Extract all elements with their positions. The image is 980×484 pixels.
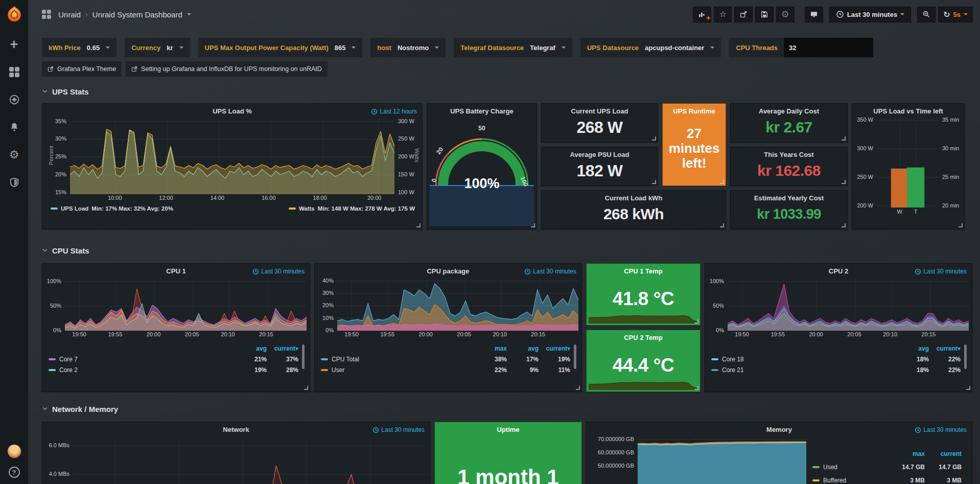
panel-title[interactable]: CPU 2 Temp bbox=[624, 334, 663, 341]
panel-title[interactable]: CPU package bbox=[427, 267, 469, 275]
legend-sort-header[interactable]: max bbox=[475, 345, 507, 352]
legend-sort-header[interactable]: avg bbox=[235, 345, 267, 352]
panel-title[interactable]: UPS Battery Charge bbox=[450, 107, 514, 115]
legend-sort-header[interactable]: avg bbox=[897, 345, 929, 352]
legend-sort-header[interactable]: current▾ bbox=[267, 345, 298, 352]
link-grafana-plex-theme[interactable]: Grafana Plex Theme bbox=[42, 61, 122, 77]
help-icon[interactable]: ? bbox=[9, 467, 20, 478]
x-axis-tick: 20:00 bbox=[147, 331, 161, 337]
section-header-ups-stats[interactable]: UPS Stats bbox=[42, 85, 973, 98]
legend-series-name[interactable]: UPS Load bbox=[61, 205, 88, 212]
panel-time-range[interactable]: Last 30 minutes bbox=[372, 426, 425, 433]
legend-scrollbar[interactable] bbox=[302, 344, 305, 369]
legend-row: Core 219%28% bbox=[49, 364, 298, 375]
legend-sort-header[interactable]: avg bbox=[507, 345, 539, 352]
save-dashboard-button[interactable] bbox=[755, 7, 774, 22]
x-axis-tick: 19:50 bbox=[72, 331, 86, 337]
panel-time-range[interactable]: Last 30 minutes bbox=[524, 268, 576, 275]
panel-title[interactable]: Current Load kWh bbox=[605, 194, 663, 202]
chevron-down-icon[interactable] bbox=[964, 13, 968, 15]
panel-title[interactable]: Current UPS Load bbox=[571, 107, 628, 115]
legend-sort-header[interactable]: current▾ bbox=[539, 345, 570, 352]
apps-icon[interactable] bbox=[42, 10, 51, 19]
graph-area[interactable] bbox=[877, 119, 939, 208]
share-dashboard-button[interactable] bbox=[734, 7, 753, 22]
variable-ups-max-output[interactable]: UPS Max Output Power Capacity (Watt) 865 bbox=[198, 38, 363, 57]
graph-area[interactable] bbox=[65, 279, 307, 331]
panel-title[interactable]: UPS Load % bbox=[213, 107, 252, 115]
chevron-down-icon[interactable] bbox=[187, 13, 191, 15]
variable-host[interactable]: host Nostromo bbox=[370, 38, 446, 57]
panel-title[interactable]: Uptime bbox=[497, 426, 519, 433]
legend-sort-header[interactable]: current▾ bbox=[929, 345, 961, 352]
legend-scrollbar[interactable] bbox=[574, 344, 576, 369]
sidebar-item-alerting[interactable] bbox=[8, 121, 21, 134]
variable-ups-datasource[interactable]: UPS Datasource apcupsd-container bbox=[580, 38, 721, 57]
legend-value: 22% bbox=[929, 366, 961, 374]
sidebar-item-create[interactable]: + bbox=[8, 38, 21, 51]
panel-title[interactable]: Estimated Yearly Cost bbox=[754, 194, 824, 202]
refresh-button[interactable]: ↻ 5s bbox=[938, 7, 973, 22]
legend-series-name[interactable]: Buffered bbox=[823, 477, 846, 484]
panel-time-range[interactable]: Last 12 hours bbox=[371, 108, 417, 115]
legend-series-name[interactable]: CPU Total bbox=[332, 356, 359, 363]
grafana-logo[interactable] bbox=[5, 5, 24, 24]
panel-title[interactable]: CPU 1 Temp bbox=[624, 267, 663, 275]
legend-series-name[interactable]: Core 21 bbox=[722, 366, 744, 374]
legend-series-name[interactable]: Watts bbox=[299, 205, 315, 212]
time-range-picker[interactable]: Last 30 minutes bbox=[829, 7, 911, 22]
sidebar-item-configuration[interactable]: ⚙ bbox=[8, 148, 21, 162]
x-axis-tick: 20:05 bbox=[457, 331, 471, 337]
panel-title[interactable]: UPS Load vs Time left bbox=[873, 107, 943, 115]
zoom-out-button[interactable] bbox=[917, 7, 936, 22]
panel-time-range[interactable]: Last 30 minutes bbox=[915, 426, 967, 433]
legend-sort-header[interactable]: current bbox=[925, 450, 962, 457]
graph-area[interactable] bbox=[638, 437, 806, 484]
section-header-cpu-stats[interactable]: CPU Stats bbox=[42, 244, 973, 257]
sidebar-item-explore[interactable] bbox=[8, 93, 21, 106]
graph-area[interactable] bbox=[728, 279, 969, 331]
legend-scrollbar[interactable] bbox=[964, 344, 967, 369]
legend-series-name[interactable]: Core 7 bbox=[59, 356, 78, 363]
variable-currency[interactable]: Currency kr bbox=[125, 38, 190, 57]
mark-favorite-button[interactable]: ☆ bbox=[714, 7, 731, 22]
panel-title[interactable]: Network bbox=[223, 426, 249, 433]
graph-area[interactable] bbox=[73, 437, 427, 484]
sidebar-item-dashboards[interactable] bbox=[8, 65, 21, 79]
panel-title[interactable]: UPS Runtime bbox=[673, 107, 715, 115]
legend-sort-header[interactable]: max bbox=[888, 450, 925, 457]
panel-title[interactable]: Average Daily Cost bbox=[759, 107, 819, 115]
panel-title[interactable]: CPU 1 bbox=[166, 267, 185, 275]
panel-title[interactable]: This Years Cost bbox=[764, 151, 813, 158]
panel-time-range[interactable]: Last 30 minutes bbox=[252, 268, 305, 275]
axis-tick: 20 min bbox=[942, 202, 959, 209]
graph-area[interactable] bbox=[70, 119, 394, 194]
cycle-view-button[interactable] bbox=[805, 7, 823, 22]
refresh-interval-label[interactable]: 5s bbox=[953, 11, 961, 18]
sidebar-item-server-admin[interactable] bbox=[8, 176, 21, 189]
section-header-network-memory[interactable]: Network / Memory bbox=[42, 402, 973, 416]
breadcrumb-app[interactable]: Unraid bbox=[58, 10, 81, 19]
add-panel-button[interactable]: + bbox=[693, 7, 711, 22]
panel-title[interactable]: Memory bbox=[766, 426, 792, 433]
legend-series-name[interactable]: Core 2 bbox=[59, 366, 78, 374]
variable-kwh-price[interactable]: kWh Price 0.65 bbox=[42, 38, 116, 57]
panel-time-range[interactable]: Last 30 minutes bbox=[915, 268, 967, 275]
axis-tick: 20% bbox=[55, 171, 66, 177]
axis-tick: 35 min bbox=[942, 117, 959, 123]
breadcrumb-dashboard-title[interactable]: Unraid System Dashboard bbox=[92, 10, 182, 19]
panel-title[interactable]: CPU 2 bbox=[829, 267, 848, 275]
link-ups-monitoring-guide[interactable]: Setting up Grafana and InfluxDB for UPS … bbox=[126, 61, 328, 77]
legend-series-name[interactable]: User bbox=[332, 366, 344, 374]
axis-tick: 0% bbox=[325, 327, 334, 333]
legend-header-row: avgcurrent▾ bbox=[711, 343, 961, 354]
x-axis-tick: 20:15 bbox=[921, 331, 936, 337]
legend-series-name[interactable]: Core 18 bbox=[722, 356, 744, 363]
variable-telegraf-datas[interactable]: Telegraf Datasource Telegraf bbox=[454, 38, 572, 57]
panel-title[interactable]: Average PSU Load bbox=[570, 151, 629, 158]
dashboard-settings-button[interactable]: ⚙ bbox=[776, 7, 795, 22]
cpu-threads-input[interactable] bbox=[784, 38, 873, 57]
legend-series-name[interactable]: Used bbox=[823, 464, 837, 471]
user-avatar[interactable] bbox=[7, 444, 21, 458]
graph-area[interactable] bbox=[337, 279, 578, 331]
